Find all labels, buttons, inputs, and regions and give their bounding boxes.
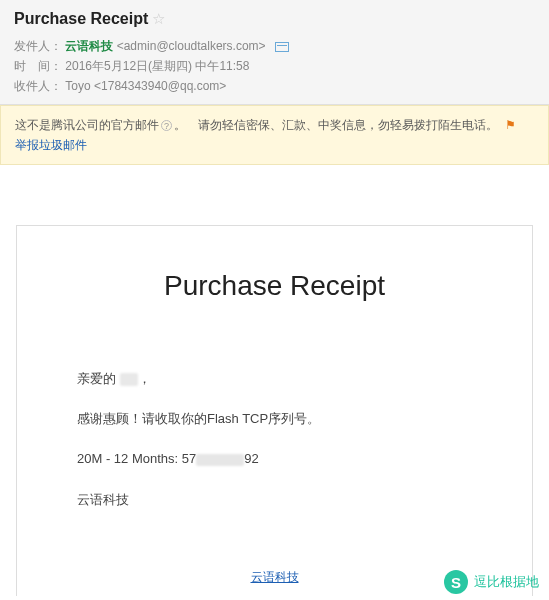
greeting-suffix: ， [138,371,151,386]
watermark-badge: S 逗比根据地 [444,570,539,594]
watermark-icon: S [444,570,468,594]
serial-suffix: 92 [244,451,258,466]
star-icon[interactable]: ☆ [152,10,165,28]
watermark-text: 逗比根据地 [474,573,539,591]
warning-text-a: 这不是腾讯公司的官方邮件 [15,118,159,132]
email-body-area: Purchase Receipt 亲爱的 ， 感谢惠顾！请收取你的Flash T… [0,165,549,596]
contact-card-icon[interactable] [275,42,289,52]
from-address: <admin@cloudtalkers.com> [117,39,266,53]
date-row: 时 间： 2016年5月12日(星期四) 中午11:58 [14,56,535,76]
report-spam-link[interactable]: 举报垃圾邮件 [15,138,87,152]
to-address: <1784343940@qq.com> [94,79,226,93]
date-label: 时 间： [14,59,62,73]
to-name: Toyo [65,79,90,93]
email-header: Purchase Receipt ☆ 发件人： 云语科技 <admin@clou… [0,0,549,105]
footer-link-row: 云语科技 [77,569,472,586]
signature: 云语科技 [77,491,472,509]
warning-banner: 这不是腾讯公司的官方邮件?。 请勿轻信密保、汇款、中奖信息，勿轻易拨打陌生电话。… [0,105,549,165]
email-subject: Purchase Receipt [14,10,148,28]
redacted-serial [196,454,244,466]
from-row: 发件人： 云语科技 <admin@cloudtalkers.com> [14,36,535,56]
greeting-prefix: 亲爱的 [77,371,120,386]
email-body: Purchase Receipt 亲爱的 ， 感谢惠顾！请收取你的Flash T… [16,225,533,596]
to-label: 收件人： [14,79,62,93]
warning-text-b: 。 请勿轻信密保、汇款、中奖信息，勿轻易拨打陌生电话。 [174,118,498,132]
greeting: 亲爱的 ， [77,370,472,388]
to-row: 收件人： Toyo <1784343940@qq.com> [14,76,535,96]
date-value: 2016年5月12日(星期四) 中午11:58 [65,59,249,73]
serial-line: 20M - 12 Months: 5792 [77,450,472,468]
serial-prefix: 20M - 12 Months: 57 [77,451,196,466]
footer-company-link[interactable]: 云语科技 [251,570,299,584]
help-icon[interactable]: ? [161,120,172,131]
from-label: 发件人： [14,39,62,53]
from-name[interactable]: 云语科技 [65,39,113,53]
redacted-name [120,373,138,386]
thanks-line: 感谢惠顾！请收取你的Flash TCP序列号。 [77,410,472,428]
receipt-title: Purchase Receipt [77,270,472,302]
subject-row: Purchase Receipt ☆ [14,10,535,28]
flag-icon: ⚑ [505,118,516,132]
